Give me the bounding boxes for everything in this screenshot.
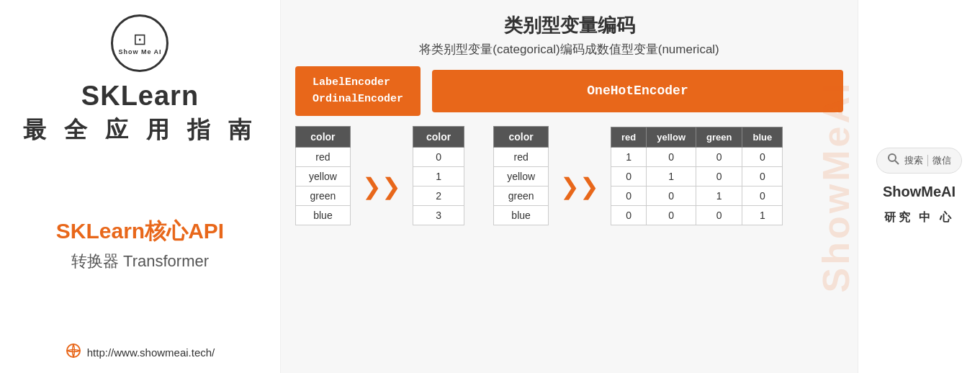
- table-row: 0: [413, 148, 464, 167]
- table-row: green: [494, 186, 549, 206]
- table-row: 0001: [611, 205, 783, 225]
- left-table-group: color red yellow green blue ❯❯ color: [295, 126, 464, 225]
- svg-line-2: [895, 161, 899, 164]
- table-row: 0010: [611, 186, 783, 205]
- sklearn-title: SKLearn: [81, 81, 199, 112]
- search-icon: [887, 153, 900, 168]
- onehot-header-blue: blue: [742, 127, 783, 147]
- right-color-table: color red yellow green blue: [493, 126, 549, 225]
- svg-point-1: [889, 154, 896, 161]
- table-row: 2: [413, 186, 464, 206]
- main-subtitle: 将类别型变量(categorical)编码成数值型变量(numerical): [295, 41, 843, 58]
- website-row[interactable]: http://www.showmeai.tech/: [66, 343, 215, 362]
- arrow-ordinal: ❯❯: [362, 173, 401, 200]
- search-label: 搜索: [904, 154, 923, 167]
- main-title: 类别型变量编码: [295, 13, 843, 38]
- left-panel: ⊡ Show Me AI SKLearn 最 全 应 用 指 南 SKLearn…: [0, 0, 281, 373]
- table-row: red: [494, 148, 549, 167]
- table-row: blue: [296, 206, 351, 225]
- link-icon: [66, 343, 81, 362]
- api-subtitle: 转换器 Transformer: [56, 251, 224, 272]
- logo-text: Show Me AI: [118, 49, 161, 55]
- tables-section: color red yellow green blue ❯❯ color: [295, 126, 843, 225]
- brand-name: ShowMeAI: [883, 184, 956, 200]
- right-color-header: color: [494, 127, 549, 148]
- api-section: SKLearn核心API 转换器 Transformer: [56, 217, 224, 272]
- wechat-label: 微信: [932, 154, 951, 167]
- main-panel: 类别型变量编码 将类别型变量(categorical)编码成数值型变量(nume…: [281, 0, 858, 373]
- table-row: red: [296, 148, 351, 167]
- table-row: green: [296, 186, 351, 206]
- mid-table-header: color: [413, 127, 464, 148]
- right-panel: 搜索 微信 ShowMeAI 研究 中 心: [858, 0, 980, 373]
- left-table: color red yellow green blue: [295, 126, 351, 225]
- website-link[interactable]: http://www.showmeai.tech/: [87, 346, 215, 359]
- logo-circle: ⊡ Show Me AI: [111, 14, 168, 72]
- encoder-box-2: OneHotEncoder: [432, 70, 843, 112]
- onehot-header-yellow: yellow: [647, 127, 696, 147]
- mid-table: color 0 1 2 3: [413, 126, 464, 225]
- right-table-group: color red yellow green blue ❯❯ red yello…: [493, 126, 783, 225]
- arrow-onehot: ❯❯: [560, 173, 599, 200]
- onehot-header-red: red: [611, 127, 647, 147]
- onehot-header-green: green: [696, 127, 742, 147]
- table-row: 0100: [611, 166, 783, 186]
- divider: [927, 155, 928, 166]
- api-title: SKLearn核心API: [56, 217, 224, 246]
- table-row: yellow: [494, 167, 549, 186]
- table-row: yellow: [296, 167, 351, 186]
- table-row: 1: [413, 167, 464, 186]
- encoders-row: LabelEncoder OrdinalEncoder OneHotEncode…: [295, 66, 843, 116]
- subtitle: 最 全 应 用 指 南: [23, 114, 256, 146]
- search-box[interactable]: 搜索 微信: [876, 148, 962, 174]
- table-row: 1000: [611, 147, 783, 166]
- left-table-header: color: [296, 127, 351, 148]
- table-row: 3: [413, 206, 464, 225]
- table-row: blue: [494, 206, 549, 225]
- logo-area: ⊡ Show Me AI SKLearn 最 全 应 用 指 南: [23, 14, 256, 146]
- logo-icon: ⊡: [133, 32, 146, 48]
- onehot-table: red yellow green blue 1000 0100 0010 000…: [611, 127, 783, 225]
- brand-sub: 研究 中 心: [884, 210, 954, 225]
- encoder-box-1: LabelEncoder OrdinalEncoder: [295, 66, 421, 116]
